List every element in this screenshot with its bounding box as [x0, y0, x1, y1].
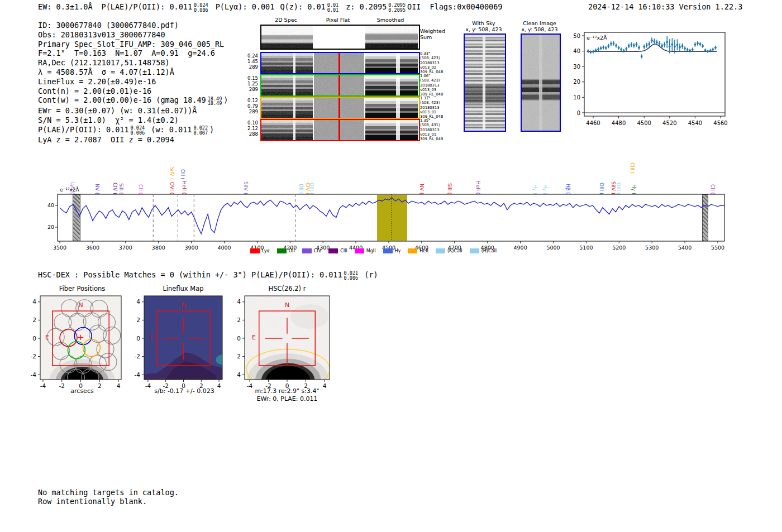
inset-xtick-label: 4520 — [662, 120, 676, 126]
info-line: F=2.1" T=0.163 N=1.07 A=0.91 g=24.6 — [38, 49, 228, 58]
spectrum-xtick-label: 4900 — [514, 245, 527, 251]
compass-north-label: N — [285, 301, 289, 309]
header-text: Flags:0x00400069 — [430, 2, 502, 11]
weighted-sum-label-line: Sum — [420, 34, 445, 40]
fiber-svg: -4-2024420-2-4NE — [31, 293, 131, 399]
spec2d-col-title: Smoothed — [364, 17, 417, 23]
line-label: Hγ ( — [631, 184, 637, 194]
compass-east-label: E — [150, 334, 154, 341]
legend-item: CIV — [302, 248, 321, 253]
legend-item: (K)CaII — [436, 248, 462, 253]
noise-grain — [261, 26, 313, 49]
elixer-report: { "header": { "left_segments": [ {"t":"E… — [0, 0, 782, 532]
inset-data-point — [605, 47, 607, 49]
inset-xtick-label: 4460 — [586, 120, 600, 126]
header-text: OII — [407, 2, 421, 11]
panel-xlabel: s/b: -0.17 +/- 0.023 — [137, 387, 232, 395]
header-text: P(Lyα): 0.001 — [216, 2, 275, 11]
pixel-flat-image — [314, 75, 364, 95]
spectrum-xtick-label: 3700 — [119, 245, 132, 251]
masked-region-band — [73, 195, 80, 241]
legend-label: Lyα — [262, 248, 270, 253]
spec2d-row — [260, 97, 420, 119]
info-line: Obs: 20180313v013_3000677840 — [38, 30, 228, 40]
legend-label: Hγ — [395, 248, 401, 253]
legend-item: Lyα — [250, 248, 270, 253]
header-text: Q(z): 0.01 — [280, 2, 325, 11]
line-label: OVI ( — [169, 182, 175, 194]
spectrum-xtick-label: 3600 — [86, 245, 99, 251]
noise-grain — [465, 35, 505, 131]
sub-value: 0.006 — [194, 8, 208, 13]
info-line: λ = 4508.57Å σ = 4.07(±1.12)Å — [38, 68, 228, 77]
line-label: Hγ ( — [542, 184, 548, 194]
line-label: SiIV ( — [169, 167, 175, 180]
row-meta-line: 20180313 — [420, 61, 449, 65]
header-stacked-value: 0.010.01 — [327, 3, 338, 12]
inset-data-point — [600, 47, 602, 49]
inset-fit-curve — [587, 44, 717, 51]
panel-ytick-label: -4 — [31, 371, 36, 378]
legend-label: OII — [289, 248, 295, 253]
info-text: F=2.1" T=0.163 N=1.07 A=0.91 g=24.6 — [38, 49, 215, 57]
inset-data-point — [669, 45, 671, 47]
row-weight: 289 — [233, 87, 258, 93]
inset-data-point — [671, 44, 673, 46]
panel-ytick-label: 4 — [136, 298, 140, 305]
line-label: NV ( — [94, 184, 100, 194]
row-weight: 289 — [233, 65, 258, 70]
row-meta-line: (508, 423) — [420, 100, 449, 105]
detected-line-band — [377, 195, 407, 241]
inset-data-point — [697, 42, 699, 45]
row-meta-line: 1.06" — [420, 74, 449, 78]
inset-ytick-label: 0 — [577, 110, 580, 116]
info-line: LineFlux = 2.20(±0.49)e-16 — [38, 77, 228, 87]
row-weight: 289 — [233, 109, 258, 115]
row-meta-line: (508, 423) — [420, 56, 449, 60]
spec2d-row-meta: 0.33"(508, 423)20180313v013_02309_RL_048 — [420, 51, 449, 74]
inset-data-point — [590, 51, 592, 53]
legend-item: HeII — [408, 248, 428, 253]
inset-data-point — [638, 46, 640, 49]
inset-ytick-label: 50 — [573, 33, 580, 39]
line-label: CIII ( — [630, 162, 635, 174]
spectrum-xtick-label: 5100 — [579, 245, 593, 251]
sub-value: 0.006 — [344, 276, 359, 281]
spec2d-row — [260, 74, 420, 97]
info-text: ) — [223, 95, 228, 104]
panel-ytick-label: -2 — [135, 353, 140, 360]
compass-north-label: N — [181, 301, 185, 309]
line-label: Hβ ( — [565, 184, 571, 194]
panel-ytick-label: 2 — [32, 317, 36, 323]
pixel-flat-image — [314, 53, 364, 73]
compass-east-label: E — [45, 334, 49, 341]
panel-ytick-label: -4 — [135, 371, 141, 378]
inset-data-point — [681, 45, 684, 47]
line-label: NV ( — [419, 184, 425, 194]
panel-ytick-label: 0 — [237, 335, 241, 342]
legend-label: MgII — [366, 248, 376, 253]
spectrum-xtick-label: 5300 — [645, 245, 659, 251]
info-line: S/N = 5.3(±1.0) χ² = 1.4(±0.2) — [38, 116, 228, 125]
with_sky-image — [464, 33, 506, 132]
inset-xtick-label: 4480 — [612, 120, 626, 126]
legend-swatch — [355, 248, 364, 253]
row-meta-line: 1.35" — [420, 118, 449, 123]
inset-xtick-label: 4500 — [637, 120, 651, 126]
spectrum-xtick-label: 4000 — [217, 245, 231, 251]
inset-data-point — [654, 40, 656, 42]
spec2d-col-title: Pixel Flat — [313, 17, 363, 23]
spectrum-xtick-label: 5400 — [678, 245, 692, 251]
inset-data-point — [602, 46, 604, 49]
line-label: Lyα ( — [70, 182, 75, 194]
cutout-subtitle-line: x, y: 508, 423 — [454, 26, 514, 32]
info-text: EWr = 0.30(±0.07) (w: 0.31(±0.07))Å — [38, 106, 197, 115]
inset-xtick-label: 4560 — [713, 120, 727, 126]
inset-data-point — [597, 48, 599, 50]
hscdex-stacked-value: 0.0210.006 — [344, 271, 359, 280]
sub-value: 0.01 — [327, 8, 338, 13]
legend-label: CIV — [314, 248, 321, 253]
noise-grain — [365, 26, 418, 49]
line-label: OII ( — [180, 169, 185, 180]
compass-east-label: E — [252, 334, 256, 341]
